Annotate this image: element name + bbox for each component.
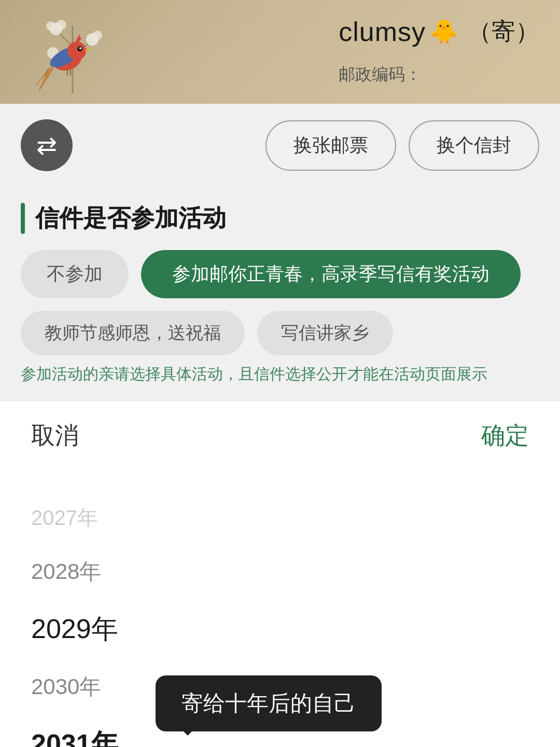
card-right-info: clumsy 🐥 （寄） 邮政编码： [339, 16, 539, 86]
card-background: clumsy 🐥 （寄） 邮政编码： [0, 0, 560, 104]
option-no-activity[interactable]: 不参加 [21, 250, 129, 298]
activity-hint: 参加活动的亲请选择具体活动，且信件选择公开才能在活动页面展示 [21, 364, 539, 390]
svg-point-14 [79, 47, 81, 49]
change-stamp-button[interactable]: 换张邮票 [265, 120, 396, 171]
option-hometown[interactable]: 写信讲家乡 [257, 311, 393, 355]
year-item-2028[interactable]: 2028年 [31, 545, 529, 599]
chick-emoji: 🐥 [430, 18, 458, 45]
cancel-button[interactable]: 取消 [31, 420, 79, 452]
bottom-bar: 取消 确定 [0, 400, 560, 471]
tooltip-bubble: 寄给十年后的自己 [156, 675, 382, 731]
username: clumsy [339, 16, 426, 47]
stamp-buttons: 换张邮票 换个信封 [265, 120, 539, 171]
option-teacher-day[interactable]: 教师节感师恩，送祝福 [21, 311, 245, 355]
svg-point-12 [67, 42, 86, 60]
rotate-button[interactable]: ⇄ [21, 119, 73, 171]
svg-point-8 [93, 31, 102, 40]
controls-row: ⇄ 换张邮票 换个信封 [0, 104, 560, 187]
section-indicator [21, 203, 25, 234]
option-youth-activity[interactable]: 参加邮你正青春，高录季写信有奖活动 [141, 250, 521, 298]
postal-code: 邮政编码： [339, 63, 422, 86]
date-picker-section: 2027年 2028年 2029年 寄给十年后的自己 2030年 2031年 2… [0, 471, 560, 747]
activity-section-header: 信件是否参加活动 [0, 187, 560, 245]
activity-options: 不参加 参加邮你正青春，高录季写信有奖活动 教师节感师恩，送祝福 写信讲家乡 参… [0, 245, 560, 400]
top-card: clumsy 🐥 （寄） 邮政编码： [0, 0, 560, 104]
send-label: （寄） [468, 16, 539, 48]
year-scroll[interactable]: 2027年 2028年 2029年 寄给十年后的自己 2030年 2031年 [0, 491, 560, 747]
options-row-2: 教师节感师恩，送祝福 写信讲家乡 [21, 311, 539, 355]
confirm-button[interactable]: 确定 [481, 420, 529, 452]
rotate-icon: ⇄ [36, 131, 57, 160]
year-item-2027[interactable]: 2027年 [31, 491, 529, 545]
activity-section-title: 信件是否参加活动 [35, 202, 226, 234]
change-envelope-button[interactable]: 换个信封 [409, 120, 539, 171]
year-item-2029[interactable]: 2029年 寄给十年后的自己 [31, 599, 529, 660]
username-row: clumsy 🐥 （寄） [339, 16, 539, 48]
svg-point-6 [56, 20, 66, 30]
bird-illustration [0, 0, 145, 104]
options-row-1: 不参加 参加邮你正青春，高录季写信有奖活动 [21, 250, 539, 298]
svg-point-5 [46, 21, 55, 31]
